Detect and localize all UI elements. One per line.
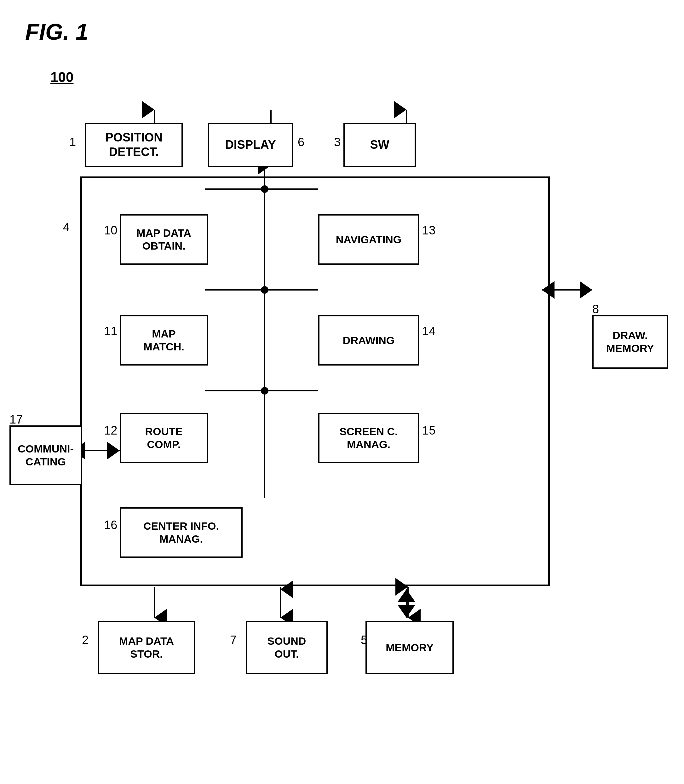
ref-drawing: 14 bbox=[422, 324, 436, 338]
sound-out-block: SOUND OUT. bbox=[246, 621, 327, 674]
communicating-block: COMMUNI- CATING bbox=[10, 426, 82, 485]
drawing-label: DRAWING bbox=[343, 334, 394, 347]
screen-c-manag-label: SCREEN C. MANAG. bbox=[339, 425, 398, 451]
ref-map-data-stor: 2 bbox=[82, 633, 89, 647]
map-match-block: MAP MATCH. bbox=[120, 315, 208, 366]
system-number: 100 bbox=[50, 69, 73, 85]
ref-navigating: 13 bbox=[422, 224, 436, 237]
navigating-block: NAVIGATING bbox=[318, 214, 419, 265]
sound-out-label: SOUND OUT. bbox=[268, 635, 306, 660]
route-comp-label: ROUTE COMP. bbox=[145, 425, 183, 451]
map-data-obtain-label: MAP DATA OBTAIN. bbox=[136, 227, 191, 252]
communicating-label: COMMUNI- CATING bbox=[18, 442, 74, 468]
ref-map-match: 11 bbox=[104, 324, 117, 338]
memory-label: MEMORY bbox=[386, 641, 434, 654]
map-data-stor-label: MAP DATA STOR. bbox=[119, 635, 174, 660]
ref-sound-out: 7 bbox=[230, 633, 237, 647]
screen-c-manag-block: SCREEN C. MANAG. bbox=[318, 413, 419, 463]
draw-memory-block: DRAW. MEMORY bbox=[592, 315, 668, 369]
ref-position-detect: 1 bbox=[69, 136, 76, 149]
ref-sw: 3 bbox=[334, 136, 340, 149]
ref-draw-memory: 8 bbox=[592, 303, 599, 316]
center-info-manag-label: CENTER INFO. MANAG. bbox=[144, 519, 219, 545]
position-detect-block: POSITION DETECT. bbox=[85, 123, 183, 167]
navigating-label: NAVIGATING bbox=[336, 233, 402, 246]
ref-map-data-obtain: 10 bbox=[104, 224, 117, 237]
map-data-stor-block: MAP DATA STOR. bbox=[98, 621, 195, 674]
ref-memory: 5 bbox=[361, 633, 367, 647]
memory-block: MEMORY bbox=[365, 621, 454, 674]
center-info-manag-block: CENTER INFO. MANAG. bbox=[120, 507, 243, 558]
ref-route-comp: 12 bbox=[104, 424, 117, 437]
drawing-block: DRAWING bbox=[318, 315, 419, 366]
map-match-label: MAP MATCH. bbox=[144, 327, 184, 353]
ref-display: 6 bbox=[298, 136, 304, 149]
display-label: DISPLAY bbox=[225, 138, 276, 152]
map-data-obtain-block: MAP DATA OBTAIN. bbox=[120, 214, 208, 265]
display-block: DISPLAY bbox=[208, 123, 293, 167]
ref-main-block: 4 bbox=[63, 221, 69, 234]
sw-block: SW bbox=[344, 123, 416, 167]
ref-screen-c-manag: 15 bbox=[422, 424, 436, 437]
ref-center-info-manag: 16 bbox=[104, 518, 117, 532]
sw-label: SW bbox=[370, 138, 389, 152]
ref-communicating: 17 bbox=[10, 413, 23, 426]
position-detect-label: POSITION DETECT. bbox=[105, 131, 163, 159]
draw-memory-label: DRAW. MEMORY bbox=[606, 329, 654, 355]
route-comp-block: ROUTE COMP. bbox=[120, 413, 208, 463]
figure-title: FIG. 1 bbox=[25, 19, 88, 45]
